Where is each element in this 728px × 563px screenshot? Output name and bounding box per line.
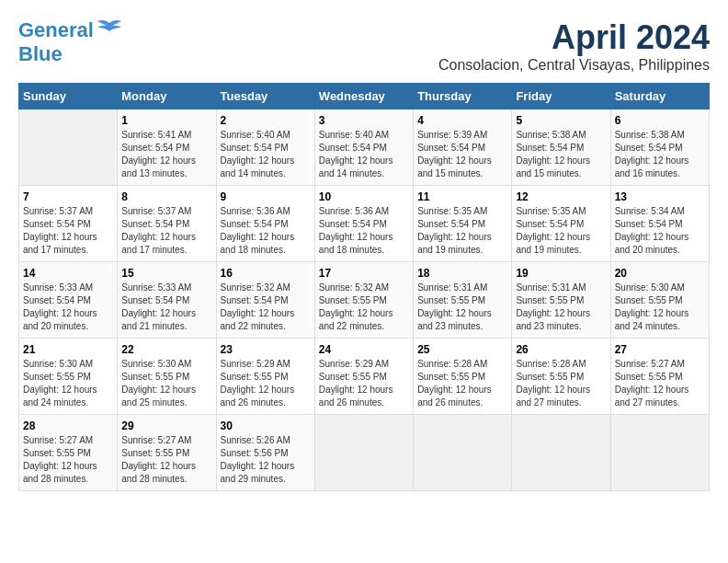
day-detail: Sunrise: 5:35 AMSunset: 5:54 PMDaylight:…	[417, 205, 507, 257]
calendar-cell: 5 Sunrise: 5:38 AMSunset: 5:54 PMDayligh…	[512, 109, 610, 186]
header-day-monday: Monday	[118, 84, 216, 109]
calendar-cell: 14 Sunrise: 5:33 AMSunset: 5:54 PMDaylig…	[19, 262, 118, 339]
calendar-week-row: 1 Sunrise: 5:41 AMSunset: 5:54 PMDayligh…	[19, 109, 710, 186]
header-day-saturday: Saturday	[610, 84, 709, 109]
day-number: 9	[221, 190, 311, 203]
calendar-cell: 7 Sunrise: 5:37 AMSunset: 5:54 PMDayligh…	[19, 186, 118, 262]
day-number: 6	[615, 114, 705, 127]
day-number: 7	[23, 190, 113, 203]
logo: GeneralBlue	[18, 18, 123, 66]
calendar-week-row: 28 Sunrise: 5:27 AMSunset: 5:55 PMDaylig…	[19, 415, 710, 491]
calendar-cell: 22 Sunrise: 5:30 AMSunset: 5:55 PMDaylig…	[118, 339, 216, 415]
day-detail: Sunrise: 5:34 AMSunset: 5:54 PMDaylight:…	[615, 205, 705, 257]
calendar-cell: 4 Sunrise: 5:39 AMSunset: 5:54 PMDayligh…	[414, 109, 512, 186]
day-number: 21	[23, 343, 113, 356]
calendar-title: April 2024	[438, 18, 710, 57]
calendar-cell: 19 Sunrise: 5:31 AMSunset: 5:55 PMDaylig…	[512, 262, 610, 339]
day-detail: Sunrise: 5:33 AMSunset: 5:54 PMDaylight:…	[23, 282, 113, 333]
calendar-cell: 16 Sunrise: 5:32 AMSunset: 5:54 PMDaylig…	[216, 262, 314, 339]
day-detail: Sunrise: 5:33 AMSunset: 5:54 PMDaylight:…	[121, 282, 211, 333]
page-header: GeneralBlue April 2024 Consolacion, Cent…	[18, 18, 710, 74]
day-detail: Sunrise: 5:28 AMSunset: 5:55 PMDaylight:…	[417, 358, 507, 409]
calendar-cell: 3 Sunrise: 5:40 AMSunset: 5:54 PMDayligh…	[314, 109, 413, 186]
calendar-week-row: 21 Sunrise: 5:30 AMSunset: 5:55 PMDaylig…	[19, 339, 710, 415]
title-area: April 2024 Consolacion, Central Visayas,…	[438, 18, 710, 74]
day-detail: Sunrise: 5:26 AMSunset: 5:56 PMDaylight:…	[221, 434, 311, 486]
calendar-cell: 8 Sunrise: 5:37 AMSunset: 5:54 PMDayligh…	[118, 186, 216, 262]
day-number: 1	[121, 114, 211, 127]
calendar-cell: 15 Sunrise: 5:33 AMSunset: 5:54 PMDaylig…	[118, 262, 216, 339]
day-detail: Sunrise: 5:37 AMSunset: 5:54 PMDaylight:…	[23, 205, 113, 257]
calendar-cell: 21 Sunrise: 5:30 AMSunset: 5:55 PMDaylig…	[19, 339, 118, 415]
day-number: 3	[319, 114, 409, 127]
calendar-cell: 23 Sunrise: 5:29 AMSunset: 5:55 PMDaylig…	[216, 339, 314, 415]
calendar-header-row: SundayMondayTuesdayWednesdayThursdayFrid…	[19, 84, 710, 109]
day-number: 4	[417, 114, 507, 127]
calendar-cell: 20 Sunrise: 5:30 AMSunset: 5:55 PMDaylig…	[610, 262, 709, 339]
logo-text: GeneralBlue	[18, 18, 94, 66]
calendar-cell	[610, 415, 709, 491]
day-detail: Sunrise: 5:36 AMSunset: 5:54 PMDaylight:…	[221, 205, 311, 257]
day-detail: Sunrise: 5:32 AMSunset: 5:54 PMDaylight:…	[221, 282, 311, 333]
header-day-friday: Friday	[512, 84, 610, 109]
day-number: 24	[319, 343, 409, 356]
calendar-cell: 17 Sunrise: 5:32 AMSunset: 5:55 PMDaylig…	[314, 262, 413, 339]
calendar-cell	[414, 415, 512, 491]
day-number: 15	[121, 267, 211, 280]
header-day-thursday: Thursday	[414, 84, 512, 109]
calendar-cell: 6 Sunrise: 5:38 AMSunset: 5:54 PMDayligh…	[610, 109, 709, 186]
day-number: 10	[319, 190, 409, 203]
day-detail: Sunrise: 5:38 AMSunset: 5:54 PMDaylight:…	[516, 129, 606, 180]
day-number: 29	[121, 419, 211, 432]
calendar-cell: 13 Sunrise: 5:34 AMSunset: 5:54 PMDaylig…	[610, 186, 709, 262]
day-detail: Sunrise: 5:28 AMSunset: 5:55 PMDaylight:…	[516, 358, 606, 409]
day-detail: Sunrise: 5:30 AMSunset: 5:55 PMDaylight:…	[23, 358, 113, 409]
calendar-subtitle: Consolacion, Central Visayas, Philippine…	[438, 57, 710, 74]
calendar-cell: 11 Sunrise: 5:35 AMSunset: 5:54 PMDaylig…	[414, 186, 512, 262]
day-detail: Sunrise: 5:30 AMSunset: 5:55 PMDaylight:…	[121, 358, 211, 409]
calendar-cell: 26 Sunrise: 5:28 AMSunset: 5:55 PMDaylig…	[512, 339, 610, 415]
calendar-cell: 18 Sunrise: 5:31 AMSunset: 5:55 PMDaylig…	[414, 262, 512, 339]
day-number: 26	[516, 343, 606, 356]
calendar-cell: 28 Sunrise: 5:27 AMSunset: 5:55 PMDaylig…	[19, 415, 118, 491]
header-day-tuesday: Tuesday	[216, 84, 314, 109]
day-number: 30	[221, 419, 311, 432]
day-detail: Sunrise: 5:41 AMSunset: 5:54 PMDaylight:…	[121, 129, 211, 180]
day-detail: Sunrise: 5:38 AMSunset: 5:54 PMDaylight:…	[615, 129, 705, 180]
day-number: 17	[319, 267, 409, 280]
logo-bird-icon	[96, 18, 123, 39]
day-number: 23	[221, 343, 311, 356]
day-number: 27	[615, 343, 705, 356]
day-detail: Sunrise: 5:30 AMSunset: 5:55 PMDaylight:…	[615, 282, 705, 333]
day-number: 22	[121, 343, 211, 356]
day-detail: Sunrise: 5:40 AMSunset: 5:54 PMDaylight:…	[319, 129, 409, 180]
day-number: 13	[615, 190, 705, 203]
header-day-sunday: Sunday	[19, 84, 118, 109]
day-number: 2	[221, 114, 311, 127]
day-number: 8	[121, 190, 211, 203]
day-detail: Sunrise: 5:27 AMSunset: 5:55 PMDaylight:…	[23, 434, 113, 486]
day-detail: Sunrise: 5:32 AMSunset: 5:55 PMDaylight:…	[319, 282, 409, 333]
day-number: 5	[516, 114, 606, 127]
calendar-cell: 24 Sunrise: 5:29 AMSunset: 5:55 PMDaylig…	[314, 339, 413, 415]
calendar-cell: 10 Sunrise: 5:36 AMSunset: 5:54 PMDaylig…	[314, 186, 413, 262]
day-number: 11	[417, 190, 507, 203]
day-number: 25	[417, 343, 507, 356]
day-detail: Sunrise: 5:29 AMSunset: 5:55 PMDaylight:…	[319, 358, 409, 409]
calendar-cell: 29 Sunrise: 5:27 AMSunset: 5:55 PMDaylig…	[118, 415, 216, 491]
day-number: 28	[23, 419, 113, 432]
day-detail: Sunrise: 5:39 AMSunset: 5:54 PMDaylight:…	[417, 129, 507, 180]
day-detail: Sunrise: 5:37 AMSunset: 5:54 PMDaylight:…	[121, 205, 211, 257]
day-number: 14	[23, 267, 113, 280]
day-number: 18	[417, 267, 507, 280]
day-detail: Sunrise: 5:35 AMSunset: 5:54 PMDaylight:…	[516, 205, 606, 257]
day-detail: Sunrise: 5:31 AMSunset: 5:55 PMDaylight:…	[417, 282, 507, 333]
calendar-cell	[19, 109, 118, 186]
header-day-wednesday: Wednesday	[314, 84, 413, 109]
day-detail: Sunrise: 5:31 AMSunset: 5:55 PMDaylight:…	[516, 282, 606, 333]
day-number: 20	[615, 267, 705, 280]
calendar-cell: 2 Sunrise: 5:40 AMSunset: 5:54 PMDayligh…	[216, 109, 314, 186]
day-number: 12	[516, 190, 606, 203]
calendar-week-row: 7 Sunrise: 5:37 AMSunset: 5:54 PMDayligh…	[19, 186, 710, 262]
calendar-week-row: 14 Sunrise: 5:33 AMSunset: 5:54 PMDaylig…	[19, 262, 710, 339]
